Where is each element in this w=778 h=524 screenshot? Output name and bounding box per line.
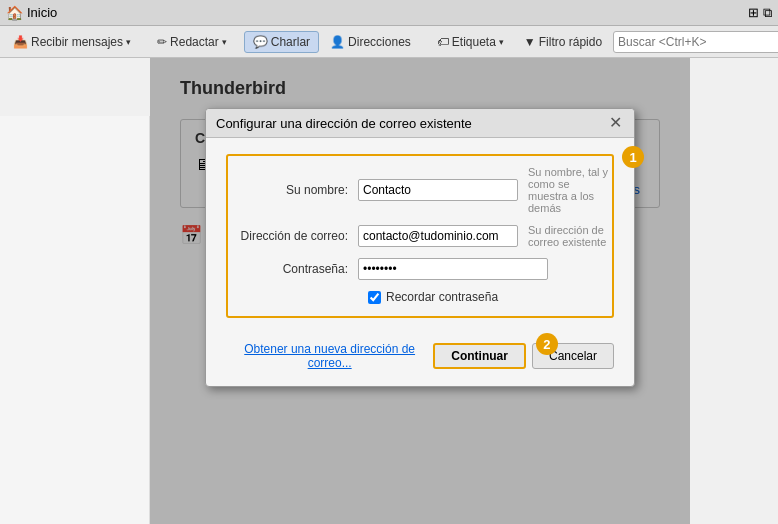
compose-icon: ✏ xyxy=(157,35,167,49)
compose-arrow-icon: ▾ xyxy=(222,37,227,47)
chat-icon: 💬 xyxy=(253,35,268,49)
chat-button[interactable]: 💬 Charlar xyxy=(244,31,319,53)
dialog-form-area: 1 Su nombre: Su nombre, tal y como se mu… xyxy=(226,154,614,318)
address-icon: 👤 xyxy=(330,35,345,49)
remember-checkbox[interactable] xyxy=(368,291,381,304)
email-setup-dialog: Configurar una dirección de correo exist… xyxy=(205,108,635,387)
search-input[interactable] xyxy=(618,35,778,49)
window-restore-icon[interactable]: ⧉ xyxy=(763,5,772,21)
password-input[interactable] xyxy=(358,258,548,280)
name-field: Su nombre, tal y como se muestra a los d… xyxy=(358,166,612,214)
compose-button[interactable]: ✏ Redactar ▾ xyxy=(148,31,236,53)
receive-arrow-icon: ▾ xyxy=(126,37,131,47)
receive-icon: 📥 xyxy=(13,35,28,49)
remember-label[interactable]: Recordar contraseña xyxy=(386,290,498,304)
continue-button[interactable]: Continuar xyxy=(433,343,526,369)
main-content: Thunderbird Cuentas 🖥 Configurar una cue… xyxy=(150,58,690,524)
obtain-email-button[interactable]: Obtener una nueva dirección de correo... xyxy=(226,342,433,370)
name-label: Su nombre: xyxy=(228,183,358,197)
top-bar: 🏠 Inicio ⊞ ⧉ xyxy=(0,0,778,26)
window-grid-icon[interactable]: ⊞ xyxy=(748,5,759,21)
tag-icon: 🏷 xyxy=(437,35,449,49)
search-box: 🔍 xyxy=(613,31,778,53)
step-badge-1: 1 xyxy=(622,146,644,168)
password-row: Contraseña: xyxy=(228,258,612,280)
address-button[interactable]: 👤 Direcciones xyxy=(321,31,420,53)
name-row: Su nombre: Su nombre, tal y como se mues… xyxy=(228,166,612,214)
receive-messages-button[interactable]: 📥 Recibir mensajes ▾ xyxy=(4,31,140,53)
email-field-row: Su dirección de correo existente xyxy=(358,224,612,248)
dialog-body: 1 Su nombre: Su nombre, tal y como se mu… xyxy=(206,138,634,332)
toolbar: 📥 Recibir mensajes ▾ ✏ Redactar ▾ 💬 Char… xyxy=(0,26,778,58)
email-row: Dirección de correo: Su dirección de cor… xyxy=(228,224,612,248)
password-field-row xyxy=(358,258,612,280)
tag-button[interactable]: 🏷 Etiqueta ▾ xyxy=(428,31,513,53)
dialog-titlebar: Configurar una dirección de correo exist… xyxy=(206,109,634,138)
password-label: Contraseña: xyxy=(228,262,358,276)
dialog-action-buttons: 2 Continuar Cancelar xyxy=(433,343,614,369)
home-icon: 🏠 xyxy=(6,5,23,21)
dialog-close-button[interactable]: ✕ xyxy=(607,115,624,131)
email-label: Dirección de correo: xyxy=(228,229,358,243)
email-input[interactable] xyxy=(358,225,518,247)
filter-icon: ▼ xyxy=(524,35,536,49)
email-hint: Su dirección de correo existente xyxy=(528,224,612,248)
sidebar xyxy=(0,116,150,524)
dialog-footer: Obtener una nueva dirección de correo...… xyxy=(206,332,634,370)
name-input[interactable] xyxy=(358,179,518,201)
top-bar-title: Inicio xyxy=(27,5,57,20)
remember-row: Recordar contraseña xyxy=(368,290,612,304)
dialog-title: Configurar una dirección de correo exist… xyxy=(216,116,472,131)
name-hint: Su nombre, tal y como se muestra a los d… xyxy=(528,166,612,214)
step-badge-2: 2 xyxy=(536,333,558,355)
filter-button[interactable]: ▼ Filtro rápido xyxy=(515,31,611,53)
tag-arrow-icon: ▾ xyxy=(499,37,504,47)
